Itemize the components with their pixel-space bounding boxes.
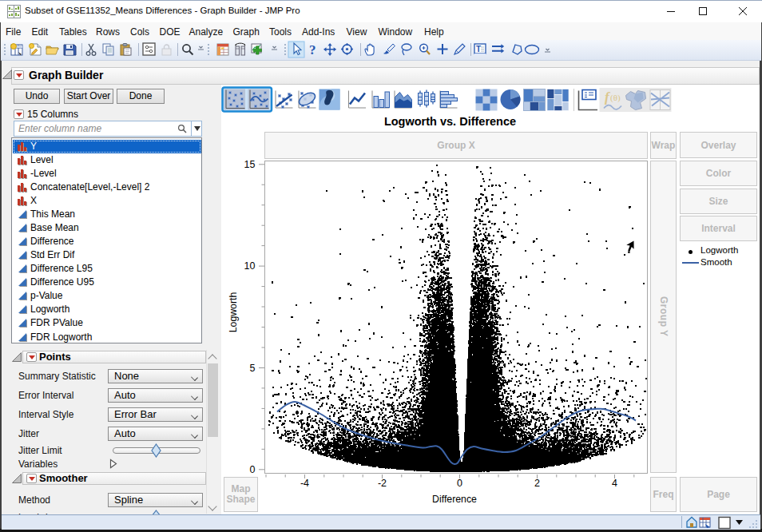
svg-text:T: T bbox=[476, 45, 481, 54]
svg-text:2: 2 bbox=[534, 478, 540, 489]
svg-text:0: 0 bbox=[250, 464, 256, 475]
svg-text:-4: -4 bbox=[300, 478, 309, 489]
svg-text:15: 15 bbox=[244, 159, 256, 170]
svg-text:?: ? bbox=[309, 42, 316, 58]
svg-text:Logworth: Logworth bbox=[228, 292, 239, 333]
svg-text:-2: -2 bbox=[378, 478, 387, 489]
svg-text:(θ): (θ) bbox=[610, 93, 621, 103]
svg-text:0: 0 bbox=[457, 478, 462, 489]
svg-text:10: 10 bbox=[244, 260, 256, 272]
svg-text:5: 5 bbox=[250, 363, 256, 374]
svg-text:4: 4 bbox=[612, 478, 617, 489]
svg-text:Difference: Difference bbox=[432, 494, 477, 505]
